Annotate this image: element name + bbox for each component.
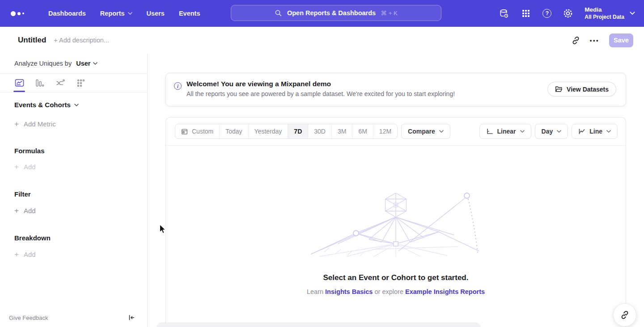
demo-banner: i Welcome! You are viewing a Mixpanel de… — [165, 73, 626, 106]
report-header: Untitled + Add description... ••• Save — [0, 27, 644, 54]
more-options-icon[interactable]: ••• — [590, 37, 599, 44]
linear-axis-icon — [486, 128, 493, 135]
tab-flows-icon[interactable] — [55, 78, 65, 88]
project-name: Media — [585, 6, 624, 14]
chart-display-controls: Linear Day Line — [479, 124, 618, 139]
nav-item-reports[interactable]: Reports — [93, 0, 140, 27]
chart-controls: Custom Today Yesterday 7D 30D 3M 6M 12M … — [166, 117, 626, 146]
mixpanel-insights-app: Dashboards Reports Users Events Open Rep… — [0, 0, 644, 327]
add-formula-button[interactable]: + Add — [14, 163, 147, 171]
add-metric-button[interactable]: + Add Metric — [14, 120, 147, 128]
folder-icon — [555, 86, 563, 92]
nav-item-events[interactable]: Events — [172, 0, 208, 27]
date-range-6m[interactable]: 6M — [352, 124, 373, 138]
visualization-tabs — [0, 74, 147, 92]
calendar-icon — [181, 128, 188, 135]
query-sidebar: Analyze Uniques by User — [0, 54, 148, 327]
chart-type-dropdown[interactable]: Line — [572, 124, 618, 139]
plus-icon: + — [14, 163, 19, 171]
tab-insights-line-chart-icon[interactable] — [14, 78, 24, 88]
example-reports-link[interactable]: Example Insights Reports — [405, 288, 485, 295]
date-range-12m[interactable]: 12M — [373, 124, 397, 138]
empty-state-illustration — [311, 189, 481, 257]
date-range-30d[interactable]: 30D — [308, 124, 332, 138]
chevron-down-icon — [74, 104, 79, 106]
empty-state-links: Learn Insights Basics or explore Example… — [307, 288, 485, 295]
chevron-down-icon — [128, 12, 132, 15]
chevron-down-icon — [557, 130, 561, 133]
banner-subtitle: All the reports you see are powered by a… — [186, 90, 455, 97]
data-management-icon[interactable] — [499, 8, 509, 19]
bottom-panel-peek[interactable] — [157, 323, 481, 327]
share-link-fab[interactable] — [613, 303, 636, 327]
give-feedback-link[interactable]: Give Feedback — [9, 314, 48, 321]
date-range-7d[interactable]: 7D — [288, 124, 308, 138]
sidebar-footer: Give Feedback — [0, 311, 147, 327]
apps-grid-icon[interactable] — [521, 8, 531, 19]
main-content: i Welcome! You are viewing a Mixpanel de… — [148, 54, 644, 327]
nav-item-users[interactable]: Users — [140, 0, 172, 27]
banner-title: Welcome! You are viewing a Mixpanel demo — [186, 80, 455, 88]
copy-link-icon[interactable] — [572, 36, 580, 45]
project-scope: All Project Data — [585, 14, 624, 21]
filter-header: Filter — [14, 190, 147, 198]
global-search-input[interactable]: Open Reports & Dashboards ⌘ + K — [231, 5, 441, 21]
date-range-yesterday[interactable]: Yesterday — [249, 124, 288, 138]
date-range-today[interactable]: Today — [220, 124, 248, 138]
date-range-segmented-control: Custom Today Yesterday 7D 30D 3M 6M 12M — [175, 124, 398, 139]
plus-icon: + — [14, 120, 19, 128]
link-icon — [620, 310, 629, 319]
empty-state: Select an Event or Cohort to get started… — [166, 146, 626, 295]
search-icon — [275, 9, 282, 17]
chevron-down-icon — [630, 12, 635, 15]
mixpanel-logo-icon[interactable] — [11, 11, 24, 16]
plus-icon: + — [14, 251, 19, 258]
date-range-3m[interactable]: 3M — [332, 124, 352, 138]
project-switcher[interactable]: Media All Project Data — [585, 6, 635, 21]
info-icon: i — [174, 82, 182, 90]
active-tab-underline — [13, 91, 25, 92]
analyze-label: Analyze Uniques by — [14, 60, 72, 67]
analyze-uniques-row: Analyze Uniques by User — [0, 54, 147, 74]
settings-gear-icon[interactable] — [563, 8, 573, 19]
chevron-down-icon — [93, 62, 97, 65]
empty-state-title: Select an Event or Cohort to get started… — [323, 273, 469, 282]
collapse-sidebar-icon[interactable] — [128, 314, 135, 321]
chevron-down-icon — [606, 130, 611, 133]
add-filter-button[interactable]: + Add — [14, 207, 147, 214]
date-range-custom[interactable]: Custom — [175, 124, 220, 138]
report-title[interactable]: Untitled — [18, 36, 46, 45]
navbar-right: ? Media All Project Data — [499, 0, 635, 27]
formulas-header: Formulas — [14, 147, 147, 155]
help-icon[interactable]: ? — [542, 9, 551, 18]
view-datasets-button[interactable]: View Datasets — [547, 82, 616, 96]
report-actions: ••• Save — [572, 34, 633, 47]
breakdown-header: Breakdown — [14, 234, 147, 242]
chevron-down-icon — [439, 130, 444, 133]
tab-bar-chart-icon[interactable] — [35, 78, 45, 88]
line-chart-icon — [578, 128, 585, 135]
chevron-down-icon — [520, 130, 525, 133]
nav-item-dashboards[interactable]: Dashboards — [41, 0, 93, 27]
banner-text: Welcome! You are viewing a Mixpanel demo… — [186, 80, 455, 97]
plus-icon: + — [14, 207, 19, 214]
top-navbar: Dashboards Reports Users Events Open Rep… — [0, 0, 644, 27]
scale-dropdown[interactable]: Linear — [479, 124, 531, 139]
events-cohorts-header[interactable]: Events & Cohorts — [14, 101, 147, 109]
save-button[interactable]: Save — [609, 34, 633, 47]
report-description-placeholder[interactable]: + Add description... — [54, 37, 109, 44]
chart-card: Custom Today Yesterday 7D 30D 3M 6M 12M … — [165, 117, 626, 327]
add-breakdown-button[interactable]: + Add — [14, 251, 147, 258]
analyze-entity-dropdown[interactable]: User — [76, 60, 97, 67]
search-shortcut: ⌘ + K — [381, 9, 398, 17]
search-placeholder: Open Reports & Dashboards — [287, 9, 376, 17]
primary-nav: Dashboards Reports Users Events — [41, 0, 207, 27]
compare-button[interactable]: Compare — [401, 124, 450, 139]
tab-retention-icon[interactable] — [76, 78, 86, 88]
granularity-dropdown[interactable]: Day — [535, 124, 568, 139]
insights-basics-link[interactable]: Insights Basics — [325, 288, 373, 295]
